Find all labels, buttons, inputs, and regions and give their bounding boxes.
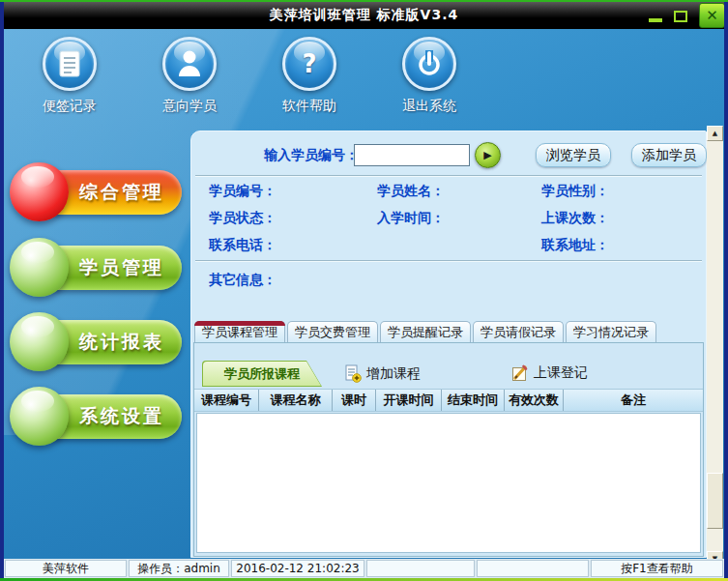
student-id-input[interactable] xyxy=(354,144,470,166)
course-table-body[interactable] xyxy=(196,413,701,553)
tab-reminder-records[interactable]: 学员提醒记录 xyxy=(380,321,471,342)
window-border-left xyxy=(0,2,4,578)
toolbar-item-label: 退出系统 xyxy=(371,98,487,115)
field-label-address: 联系地址： xyxy=(541,237,609,254)
toolbar-item-label: 便签记录 xyxy=(12,98,128,115)
divider xyxy=(195,175,702,176)
question-icon: ? xyxy=(282,37,336,91)
other-info-label: 其它信息： xyxy=(209,272,277,289)
search-go-button[interactable]: ▶ xyxy=(475,142,501,168)
column-valid-count[interactable]: 有效次数 xyxy=(505,390,564,411)
scroll-up-icon[interactable]: ▲ xyxy=(707,126,723,141)
column-end-time[interactable]: 结束时间 xyxy=(442,390,505,411)
sidebar-item-label: 学员管理 xyxy=(79,255,164,280)
tab-payment-management[interactable]: 学员交费管理 xyxy=(287,321,378,342)
register-pencil-icon xyxy=(511,364,529,382)
status-vendor: 美萍软件 xyxy=(5,560,127,577)
close-icon[interactable]: ✕ xyxy=(699,3,725,28)
column-course-name[interactable]: 课程名称 xyxy=(259,390,333,411)
column-start-time[interactable]: 开课时间 xyxy=(376,390,442,411)
field-label-enroll-time: 入学时间： xyxy=(377,210,445,227)
search-label: 输入学员编号： xyxy=(264,147,359,164)
green-ball-icon xyxy=(10,387,69,446)
sidebar-item-label: 综合管理 xyxy=(79,180,164,205)
status-empty-2 xyxy=(477,560,589,577)
enrolled-courses-tab[interactable]: 学员所报课程 xyxy=(202,361,322,387)
person-icon xyxy=(162,37,217,91)
green-ball-icon xyxy=(10,238,69,297)
toolbar-item-help[interactable]: ? 软件帮助 xyxy=(251,37,367,115)
title-bar: 美萍培训班管理 标准版V3.4 ✕ xyxy=(2,2,726,29)
search-row: 输入学员编号： ▶ 浏览学员 添加学员 xyxy=(191,139,706,170)
minimize-icon[interactable] xyxy=(649,18,662,22)
sidebar-item-general-management[interactable]: 综合管理 xyxy=(10,162,184,222)
window-title: 美萍培训班管理 标准版V3.4 xyxy=(270,7,459,24)
sidebar-item-student-management[interactable]: 学员管理 xyxy=(10,238,184,298)
tab-leave-records[interactable]: 学员请假记录 xyxy=(473,321,564,342)
course-table-header: 课程编号 课程名称 课时 开课时间 结束时间 有效次数 备注 xyxy=(194,389,703,412)
field-label-student-gender: 学员性别： xyxy=(541,183,609,200)
field-label-student-id: 学员编号： xyxy=(209,183,277,200)
sidebar-item-statistics-reports[interactable]: 统计报表 xyxy=(10,312,184,372)
class-register-button[interactable]: 上课登记 xyxy=(511,364,588,382)
status-bar: 美萍软件 操作员：admin 2016-02-12 21:02:23 按F1查看… xyxy=(4,559,724,578)
tab-study-records[interactable]: 学习情况记录 xyxy=(566,321,656,342)
sidebar-item-system-settings[interactable]: 系统设置 xyxy=(10,387,184,447)
class-register-label: 上课登记 xyxy=(534,364,588,382)
column-hours[interactable]: 课时 xyxy=(333,390,376,411)
field-label-class-count: 上课次数： xyxy=(541,210,609,227)
green-ball-icon xyxy=(10,312,69,371)
student-detail-panel: 输入学员编号： ▶ 浏览学员 添加学员 学员编号： 学员姓名： 学员性别： 学员… xyxy=(190,131,707,558)
add-course-button[interactable]: 增加课程 xyxy=(344,364,421,383)
browse-students-button[interactable]: 浏览学员 xyxy=(536,143,611,167)
vertical-scrollbar[interactable]: ▲ ▼ xyxy=(707,126,723,566)
power-icon xyxy=(402,37,456,91)
toolbar-item-label: 意向学员 xyxy=(131,98,248,115)
status-empty-1 xyxy=(366,560,475,577)
app-window: 美萍培训班管理 标准版V3.4 ✕ 便签记录 意向学员 xyxy=(0,0,728,581)
toolbar-item-notes[interactable]: 便签记录 xyxy=(12,37,128,115)
play-icon: ▶ xyxy=(483,150,491,160)
course-tab-content: 学员所报课程 增加课程 xyxy=(193,342,704,557)
tab-course-management[interactable]: 学员课程管理 xyxy=(194,321,285,342)
add-course-label: 增加课程 xyxy=(366,365,421,383)
column-course-id[interactable]: 课程编号 xyxy=(194,390,259,411)
sidebar-item-label: 统计报表 xyxy=(79,330,164,355)
status-help-hint: 按F1查看帮助 xyxy=(591,560,723,577)
window-border-right xyxy=(724,2,728,578)
scrollbar-thumb[interactable] xyxy=(707,473,723,529)
status-operator: 操作员：admin xyxy=(129,560,229,577)
toolbar-item-label: 软件帮助 xyxy=(251,98,367,115)
field-label-student-name: 学员姓名： xyxy=(377,183,445,200)
detail-tabs: 学员课程管理 学员交费管理 学员提醒记录 学员请假记录 学习情况记录 xyxy=(194,321,656,342)
sidebar-item-label: 系统设置 xyxy=(79,404,164,429)
status-datetime: 2016-02-12 21:02:23 xyxy=(231,560,364,577)
field-label-student-status: 学员状态： xyxy=(209,210,277,227)
field-label-phone: 联系电话： xyxy=(209,237,277,254)
add-student-button[interactable]: 添加学员 xyxy=(631,143,707,167)
toolbar-item-exit[interactable]: 退出系统 xyxy=(371,37,487,115)
add-course-icon xyxy=(344,364,362,383)
column-remarks[interactable]: 备注 xyxy=(564,390,703,411)
divider xyxy=(195,260,702,261)
toolbar-item-prospects[interactable]: 意向学员 xyxy=(131,37,248,115)
red-ball-icon xyxy=(10,162,69,221)
note-icon xyxy=(43,37,97,91)
maximize-icon[interactable] xyxy=(674,11,687,22)
window-border-top xyxy=(0,0,728,2)
